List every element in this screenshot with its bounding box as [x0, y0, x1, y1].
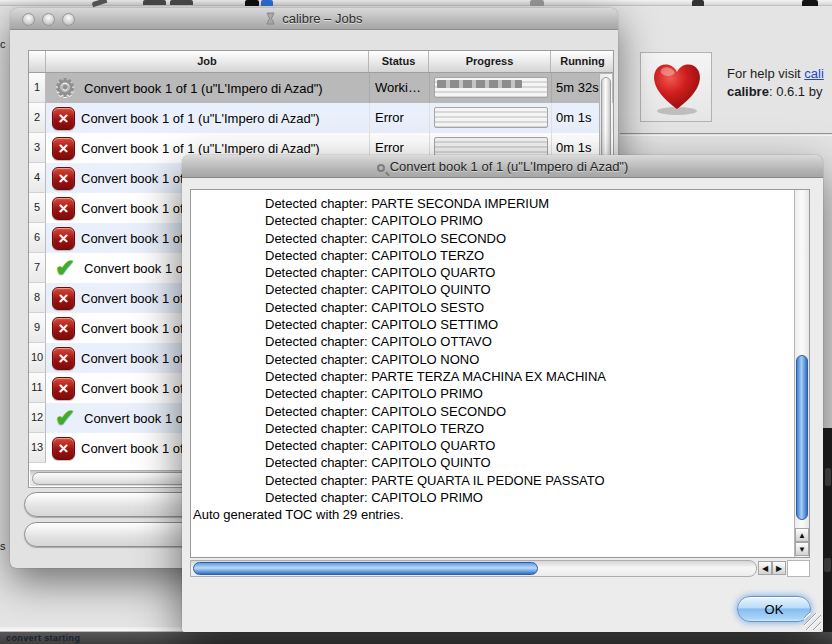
row-number: 4 [29, 163, 46, 193]
panel-divider [620, 133, 832, 136]
success-icon: ✔ [52, 255, 78, 281]
dark-icon-fragment [692, 0, 704, 6]
jobs-table-header: Job Status Progress Running [29, 51, 613, 73]
job-time-cell: 0m 1s [551, 103, 602, 133]
error-icon: × [52, 437, 75, 460]
donate-heart-button[interactable] [640, 52, 712, 122]
blue-icon-fragment [261, 0, 273, 6]
heart-icon [649, 59, 705, 117]
log-line: Detected chapter: CAPITOLO OTTAVO [193, 333, 793, 350]
log-vscroll-thumb[interactable] [796, 355, 808, 520]
jobs-window-title: calibre – Jobs [10, 11, 618, 26]
scroll-down-arrow[interactable]: ▼ [795, 542, 809, 556]
app-name: calibre [727, 84, 769, 99]
log-line: Detected chapter: CAPITOLO QUINTO [193, 454, 793, 471]
log-line: Detected chapter: CAPITOLO SECONDO [193, 230, 793, 247]
dialog-titlebar[interactable]: Convert book 1 of 1 (u"L'Impero di Azad"… [182, 155, 823, 178]
header-status[interactable]: Status [369, 51, 429, 72]
row-number: 7 [29, 253, 46, 283]
header-running[interactable]: Running [551, 51, 614, 72]
job-title-cell: Convert book 1 of 1 (u"L'Impero di Azad"… [81, 111, 320, 126]
row-number: 10 [29, 343, 46, 373]
log-line: Detected chapter: CAPITOLO SETTIMO [193, 316, 793, 333]
black-icon-fragment [245, 0, 259, 6]
error-icon: × [52, 227, 75, 250]
error-icon: × [52, 137, 75, 160]
error-icon: × [52, 317, 75, 340]
error-icon: × [52, 287, 75, 310]
jobs-titlebar[interactable]: calibre – Jobs [10, 8, 618, 30]
help-text: For help visit cali [727, 66, 824, 81]
scroll-right-arrow[interactable]: ▶ [772, 561, 786, 575]
log-line: Detected chapter: CAPITOLO SECONDO [193, 403, 793, 420]
job-status-cell: Error [369, 103, 429, 133]
row-number: 8 [29, 283, 46, 313]
error-icon: × [52, 377, 75, 400]
job-progress-cell [429, 103, 551, 133]
header-progress[interactable]: Progress [429, 51, 551, 72]
table-row[interactable]: 1 ⚙ Convert book 1 of 1 (u"L'Impero di A… [29, 73, 613, 103]
log-line: Detected chapter: CAPITOLO SESTO [193, 299, 793, 316]
resize-grip[interactable] [804, 613, 821, 630]
toolbar-button-fragment [143, 0, 166, 5]
desktop-bottom-strip: convert starting [0, 632, 832, 644]
log-line: Detected chapter: CAPITOLO PRIMO [193, 385, 793, 402]
job-progress-bar [434, 107, 548, 128]
conversion-log-area[interactable]: Detected chapter: PARTE SECONDA IMPERIUM… [190, 189, 810, 558]
log-line: Detected chapter: CAPITOLO QUINTO [193, 281, 793, 298]
scroll-left-arrow[interactable]: ◀ [758, 561, 772, 575]
job-progress-cell [429, 73, 551, 103]
log-lines: Detected chapter: PARTE SECONDA IMPERIUM… [193, 195, 793, 524]
job-cell: ⚙ Convert book 1 of 1 (u"L'Impero di Aza… [46, 73, 369, 103]
toolbar-button-fragment [170, 0, 193, 5]
dialog-title: Convert book 1 of 1 (u"L'Impero di Azad"… [182, 159, 823, 174]
hourglass-icon [266, 12, 275, 25]
scroll-up-arrow[interactable]: ▲ [795, 528, 809, 542]
job-title-cell: Convert book 1 of 1 (u"L'Impero di Azad"… [81, 141, 320, 156]
job-cell: × Convert book 1 of 1 (u"L'Impero di Aza… [46, 103, 369, 133]
log-line: Detected chapter: CAPITOLO NONO [193, 351, 793, 368]
log-line: Detected chapter: CAPITOLO TERZO [193, 420, 793, 437]
row-number: 3 [29, 133, 46, 163]
header-job[interactable]: Job [46, 51, 369, 72]
convert-log-dialog: Convert book 1 of 1 (u"L'Impero di Azad"… [182, 155, 823, 632]
log-line: Detected chapter: CAPITOLO PRIMO [193, 212, 793, 229]
log-hscroll-thumb[interactable] [193, 562, 538, 575]
row-number: 12 [29, 403, 46, 433]
log-line: Detected chapter: CAPITOLO PRIMO [193, 489, 793, 506]
row-number: 11 [29, 373, 46, 403]
log-line: Detected chapter: CAPITOLO TERZO [193, 247, 793, 264]
occluded-text-fragment: c [0, 38, 6, 50]
version-text: calibre: 0.6.1 by [727, 84, 822, 99]
row-number: 2 [29, 103, 46, 133]
job-time-cell: 5m 32s [551, 73, 602, 103]
background-toolbar-strip [0, 0, 832, 6]
job-progress-bar [434, 77, 548, 98]
job-title-cell: Convert book 1 of 1 (u"L'Impero di Azad"… [84, 81, 323, 96]
error-icon: × [52, 197, 75, 220]
log-vertical-scrollbar[interactable]: ▲ ▼ [794, 190, 809, 557]
help-link[interactable]: cali [804, 66, 824, 81]
magnifier-icon [377, 164, 385, 172]
row-number: 9 [29, 313, 46, 343]
log-line: Auto generated TOC with 29 entries. [193, 506, 793, 523]
row-number: 1 [29, 73, 46, 103]
ok-button[interactable]: OK [737, 596, 811, 622]
occluded-text-fragment: s [0, 540, 6, 552]
grey-icon-fragment [530, 0, 544, 6]
black-icon-fragment [802, 0, 818, 6]
error-icon: × [52, 347, 75, 370]
occluded-terminal-text: convert starting [6, 633, 80, 643]
pen-icon [92, 0, 108, 7]
error-icon: × [52, 167, 75, 190]
error-icon: × [52, 107, 75, 130]
log-line: Detected chapter: CAPITOLO QUARTO [193, 264, 793, 281]
log-line: Detected chapter: CAPITOLO QUARTO [193, 437, 793, 454]
row-number: 6 [29, 223, 46, 253]
gear-icon: ⚙ [52, 75, 78, 101]
log-horizontal-scrollbar[interactable] [190, 560, 757, 577]
job-status-cell: Worki… [369, 73, 429, 103]
row-number: 13 [29, 433, 46, 463]
row-number: 5 [29, 193, 46, 223]
table-row[interactable]: 2 × Convert book 1 of 1 (u"L'Impero di A… [29, 103, 613, 133]
